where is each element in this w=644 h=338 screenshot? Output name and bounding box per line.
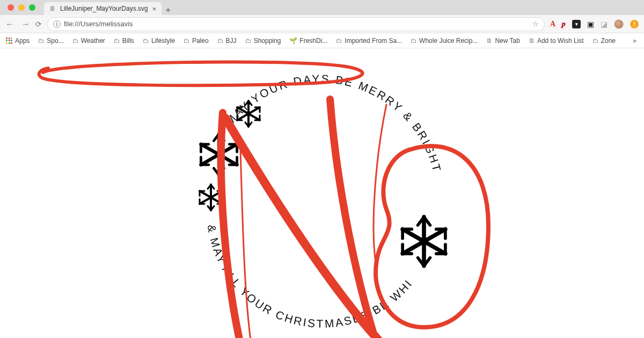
folder-icon: 🗀 bbox=[245, 37, 252, 45]
bookmark-label: Shopping bbox=[254, 37, 281, 45]
pocket-icon[interactable]: ▾ bbox=[572, 20, 581, 28]
folder-icon: 🗀 bbox=[143, 37, 149, 45]
folder-icon: 🗀 bbox=[217, 37, 224, 45]
nav-arrows: ← → bbox=[5, 19, 30, 29]
camera-icon[interactable]: ▣ bbox=[587, 20, 594, 28]
svg-arc-text-top: MAY YOUR DAYS BE MERRY & BRIGHT bbox=[223, 72, 444, 174]
page-viewport: MAY YOUR DAYS BE MERRY & BRIGHT & MAY AL… bbox=[0, 48, 644, 338]
bookmark-label: Spo... bbox=[47, 37, 63, 45]
extension-tray: A 𝒑 ▾ ▣ ◪ ! bbox=[550, 19, 639, 29]
folder-icon: 🗀 bbox=[411, 37, 417, 45]
forward-button[interactable]: → bbox=[21, 19, 30, 29]
snowflake-icon bbox=[402, 217, 445, 266]
facebook-icon[interactable]: ◪ bbox=[601, 20, 608, 28]
browser-toolbar: ← → ⟳ i file:///Users/melissavis ☆ A 𝒑 ▾… bbox=[0, 15, 644, 33]
bookmark-item[interactable]: 🗎New Tab bbox=[486, 37, 519, 45]
bookmark-star-icon[interactable]: ☆ bbox=[532, 20, 539, 28]
file-icon: 🗎 bbox=[49, 5, 56, 12]
address-bar[interactable]: i file:///Users/melissavis ☆ bbox=[47, 17, 545, 31]
bookmark-label: Lifestyle bbox=[151, 37, 175, 45]
bookmark-item[interactable]: 🗀Zone bbox=[592, 37, 616, 45]
bookmark-item[interactable]: 🗀Spo... bbox=[38, 37, 63, 45]
close-icon[interactable]: × bbox=[152, 5, 157, 13]
alert-badge-icon[interactable]: ! bbox=[630, 20, 639, 28]
folder-icon: 🗀 bbox=[114, 37, 120, 45]
window-minimize-icon[interactable] bbox=[18, 4, 25, 11]
extension-a-icon[interactable]: A bbox=[550, 20, 555, 28]
window-zoom-icon[interactable] bbox=[29, 4, 35, 11]
profile-avatar-icon[interactable] bbox=[614, 19, 624, 29]
bookmark-item[interactable]: 🗀Shopping bbox=[245, 37, 281, 45]
bookmark-label: FreshDi... bbox=[299, 37, 327, 45]
bookmark-label: Whole Juice Recip... bbox=[419, 37, 478, 45]
apps-label: Apps bbox=[15, 37, 30, 45]
window-traffic-lights bbox=[4, 0, 39, 15]
address-url: file:///Users/melissavis bbox=[64, 20, 133, 28]
new-tab-button[interactable]: + bbox=[162, 5, 174, 15]
bookmark-label: Paleo bbox=[192, 37, 209, 45]
bookmark-item[interactable]: 🗀Imported From Sa... bbox=[336, 37, 402, 45]
bookmark-item[interactable]: 🗀Weather bbox=[72, 37, 105, 45]
browser-tab[interactable]: 🗎 LilleJuniper_MayYourDays.svg × bbox=[44, 2, 162, 15]
bookmark-label: Imported From Sa... bbox=[345, 37, 402, 45]
apps-button[interactable]: Apps bbox=[5, 37, 30, 45]
folder-icon: 🗀 bbox=[592, 37, 599, 45]
bookmark-label: Add to Wish List bbox=[537, 37, 584, 45]
bookmarks-bar: Apps 🗀Spo... 🗀Weather 🗀Bills 🗀Lifestyle … bbox=[0, 33, 644, 48]
window-close-icon[interactable] bbox=[8, 4, 14, 11]
folder-icon: 🗀 bbox=[72, 37, 79, 45]
bookmark-item[interactable]: 🗎Add to Wish List bbox=[529, 37, 584, 45]
bookmark-label: Bills bbox=[122, 37, 134, 45]
svg-content: MAY YOUR DAYS BE MERRY & BRIGHT & MAY AL… bbox=[0, 48, 644, 338]
bookmark-label: New Tab bbox=[495, 37, 519, 45]
bookmark-item[interactable]: 🗀Lifestyle bbox=[143, 37, 175, 45]
page-icon: 🗎 bbox=[486, 37, 493, 45]
folder-icon: 🗀 bbox=[184, 37, 190, 45]
bookmark-label: BJJ bbox=[226, 37, 237, 45]
bookmarks-overflow-button[interactable]: » bbox=[633, 37, 639, 45]
tab-title: LilleJuniper_MayYourDays.svg bbox=[60, 5, 148, 12]
page-icon: 🗎 bbox=[529, 37, 535, 45]
bookmark-item[interactable]: 🗀Bills bbox=[114, 37, 134, 45]
pinterest-icon[interactable]: 𝒑 bbox=[562, 19, 566, 28]
bookmark-item[interactable]: 🌱FreshDi... bbox=[289, 37, 327, 45]
back-button[interactable]: ← bbox=[5, 19, 14, 29]
folder-icon: 🗀 bbox=[38, 37, 45, 45]
bookmark-item[interactable]: 🗀Whole Juice Recip... bbox=[411, 37, 478, 45]
bookmark-item[interactable]: 🗀Paleo bbox=[184, 37, 209, 45]
site-info-icon[interactable]: i bbox=[53, 20, 61, 28]
snowflake-icon bbox=[201, 134, 237, 175]
leaf-icon: 🌱 bbox=[289, 37, 297, 45]
bookmark-label: Zone bbox=[601, 37, 616, 45]
bookmark-item[interactable]: 🗀BJJ bbox=[217, 37, 237, 45]
apps-grid-icon bbox=[5, 37, 13, 45]
browser-tab-strip: 🗎 LilleJuniper_MayYourDays.svg × + bbox=[0, 0, 644, 15]
reload-button[interactable]: ⟳ bbox=[35, 20, 42, 28]
bookmark-label: Weather bbox=[81, 37, 105, 45]
folder-icon: 🗀 bbox=[336, 37, 342, 45]
snowflake-icon bbox=[200, 185, 222, 210]
